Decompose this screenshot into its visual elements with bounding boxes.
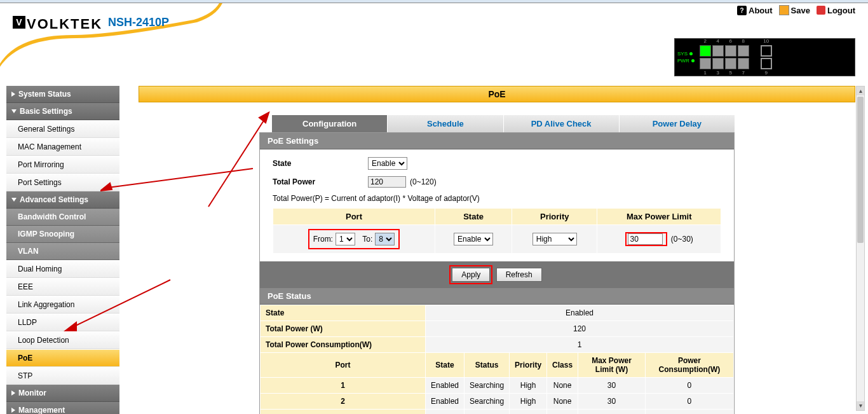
status-state-label: State: [261, 305, 426, 321]
col-state: State: [435, 209, 512, 225]
sidebar: System Status Basic Settings General Set…: [6, 86, 119, 414]
total-power-input[interactable]: [368, 176, 406, 188]
save-link[interactable]: Save: [779, 5, 810, 15]
status-state-value: Enabled: [426, 305, 734, 321]
total-power-hint: (0~120): [410, 177, 437, 186]
sidebar-bandwidth-control[interactable]: Bandwidth Control: [6, 209, 119, 226]
section-poe-settings: PoE Settings: [260, 133, 734, 149]
arrow-right-icon: [11, 408, 15, 413]
scroll-down-icon[interactable]: ▾: [857, 401, 864, 410]
status-consumption-label: Total Power Consumption(W): [261, 337, 426, 353]
port-state-select[interactable]: Enable: [454, 233, 493, 245]
port-priority-select[interactable]: High: [532, 233, 577, 245]
port-diagram: SYS PWR 21 43 65 87 109: [674, 38, 855, 76]
header: V VOLKTEK NSH-2410P ?About Save Logout S…: [0, 3, 868, 86]
tab-power-delay[interactable]: Power Delay: [619, 115, 735, 132]
table-row: 1EnabledSearchingHighNone300: [261, 378, 734, 394]
power-formula: Total Power(P) = Current of adaptor(I) *…: [273, 194, 721, 203]
status-consumption-value: 1: [426, 337, 734, 353]
sidebar-general-settings[interactable]: General Settings: [6, 120, 119, 138]
table-row: 2EnabledSearchingHighNone300: [261, 394, 734, 410]
status-total-power-value: 120: [426, 321, 734, 337]
port-to-select[interactable]: 8: [375, 233, 395, 245]
svg-line-0: [108, 169, 253, 188]
brand-icon: V: [13, 16, 25, 29]
sidebar-poe[interactable]: PoE: [6, 349, 119, 367]
table-row: 3EnabledSearchingHighNone300: [261, 410, 734, 415]
refresh-button[interactable]: Refresh: [496, 268, 542, 282]
sidebar-eee[interactable]: EEE: [6, 278, 119, 296]
port-range-highlight: From: 1 To: 8: [308, 229, 400, 249]
col-max: Max Power Limit: [597, 209, 721, 225]
arrow-right-icon: [11, 92, 15, 97]
state-select[interactable]: Enable: [368, 157, 407, 170]
apply-button[interactable]: Apply: [452, 268, 490, 282]
sidebar-basic-settings[interactable]: Basic Settings: [6, 103, 119, 120]
total-power-label: Total Power: [273, 177, 368, 186]
sidebar-system-status[interactable]: System Status: [6, 86, 119, 103]
sidebar-port-mirroring[interactable]: Port Mirroring: [6, 156, 119, 174]
about-link[interactable]: ?About: [737, 6, 773, 15]
max-power-input[interactable]: [628, 233, 663, 245]
sidebar-monitor[interactable]: Monitor: [6, 385, 119, 402]
sidebar-dual-homing[interactable]: Dual Homing: [6, 260, 119, 278]
scroll-thumb[interactable]: [857, 97, 864, 243]
arrow-down-icon: [11, 109, 17, 113]
sidebar-port-settings[interactable]: Port Settings: [6, 174, 119, 191]
tab-row: Configuration Schedule PD Alive Check Po…: [259, 115, 735, 132]
page-title: PoE: [139, 86, 855, 102]
col-port: Port: [273, 209, 435, 225]
about-icon: ?: [737, 6, 747, 15]
scrollbar[interactable]: ▴ ▾: [856, 86, 865, 411]
state-label: State: [273, 159, 368, 168]
max-power-highlight: [625, 232, 667, 246]
sidebar-lldp[interactable]: LLDP: [6, 314, 119, 331]
brand-name: VOLKTEK: [27, 16, 102, 32]
sidebar-advanced-settings[interactable]: Advanced Settings: [6, 191, 119, 209]
tab-pd-alive-check[interactable]: PD Alive Check: [503, 115, 619, 132]
arrow-right-icon: [11, 390, 15, 396]
sidebar-igmp-snooping[interactable]: IGMP Snooping: [6, 226, 119, 243]
sidebar-mac-management[interactable]: MAC Management: [6, 138, 119, 156]
status-total-power-label: Total Power (W): [261, 321, 426, 337]
col-priority: Priority: [512, 209, 597, 225]
sidebar-stp[interactable]: STP: [6, 367, 119, 385]
sidebar-management[interactable]: Management: [6, 402, 119, 414]
logout-icon: [817, 6, 825, 15]
sidebar-link-aggregation[interactable]: Link Aggregation: [6, 296, 119, 314]
tab-configuration[interactable]: Configuration: [272, 115, 387, 132]
model-name: NSH-2410P: [108, 16, 169, 29]
scroll-up-icon[interactable]: ▴: [857, 86, 864, 95]
svg-line-2: [208, 118, 266, 207]
annotation-arrow: [100, 165, 259, 194]
section-poe-status: PoE Status: [260, 288, 734, 305]
tab-schedule[interactable]: Schedule: [387, 115, 503, 132]
port-from-select[interactable]: 1: [336, 233, 355, 245]
sidebar-vlan[interactable]: VLAN: [6, 243, 119, 260]
save-icon: [779, 5, 789, 15]
logout-link[interactable]: Logout: [817, 6, 855, 15]
sidebar-loop-detection[interactable]: Loop Detection: [6, 331, 119, 349]
arrow-down-icon: [11, 198, 17, 202]
